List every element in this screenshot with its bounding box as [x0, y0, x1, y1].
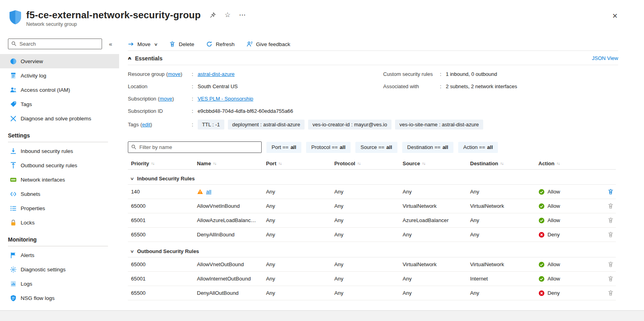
- feedback-label: Give feedback: [256, 41, 290, 47]
- chevron-down-icon: ∨: [130, 176, 134, 181]
- rule-name[interactable]: all: [206, 189, 211, 195]
- activity-log-icon: [10, 72, 17, 79]
- colon-separator: :: [440, 83, 442, 89]
- cell-priority: 65000: [128, 261, 197, 267]
- group-title: Inbound Security Rules: [137, 176, 195, 182]
- tag-pill[interactable]: deployment : astral-dist-azure: [228, 120, 305, 130]
- chevron-up-icon[interactable]: ∧: [127, 56, 132, 61]
- refresh-label: Refresh: [216, 41, 234, 47]
- tag-icon: [10, 101, 17, 108]
- table-row[interactable]: 65500DenyAllOutBoundAnyAnyAnyAnyDeny: [128, 286, 616, 300]
- field-value[interactable]: astral-dist-azure: [198, 71, 235, 77]
- group-header-inbound-security-rules[interactable]: ∨Inbound Security Rules: [128, 173, 616, 185]
- column-header-name[interactable]: Name↑↓: [197, 160, 266, 166]
- sidebar-item-locks[interactable]: Locks: [0, 215, 119, 230]
- rule-name: AllowVnetOutBound: [197, 261, 244, 267]
- column-header-source[interactable]: Source↑↓: [403, 160, 470, 166]
- field-value: e9cbbd48-704d-4dfa-bf62-60edda755a66: [198, 108, 293, 114]
- filter-pill-port[interactable]: Port ==all: [266, 142, 301, 153]
- action-label: Allow: [548, 217, 560, 223]
- move-link[interactable]: move: [160, 96, 172, 102]
- filter-by-name-input[interactable]: [128, 141, 262, 153]
- delete-button[interactable]: Delete: [169, 41, 194, 47]
- sidebar-item-diagnose-and-solve-problems[interactable]: Diagnose and solve problems: [0, 111, 119, 126]
- delete-rule-icon[interactable]: [607, 188, 614, 195]
- filter-pill-action[interactable]: Action ==all: [458, 142, 498, 153]
- column-header-destination[interactable]: Destination↑↓: [470, 160, 538, 166]
- sidebar-item-nsg-flow-logs[interactable]: NSG flow logs: [0, 291, 119, 305]
- table-row[interactable]: 65001AllowInternetOutBoundAnyAnyAnyInter…: [128, 272, 616, 286]
- edit-tags-link[interactable]: edit: [142, 122, 150, 128]
- column-header-action[interactable]: Action↑↓: [538, 160, 605, 166]
- sidebar-item-inbound-security-rules[interactable]: Inbound security rules: [0, 144, 119, 158]
- filter-pill-name: Protocol ==: [311, 144, 338, 150]
- move-link[interactable]: move: [168, 71, 181, 77]
- group-header-outbound-security-rules[interactable]: ∨Outbound Security Rules: [128, 246, 616, 257]
- give-feedback-button[interactable]: Give feedback: [247, 41, 290, 47]
- table-row[interactable]: 65500DenyAllInBoundAnyAnyAnyAnyDeny: [128, 228, 616, 242]
- cell-protocol: Any: [334, 203, 403, 209]
- sidebar-item-outbound-security-rules[interactable]: Outbound security rules: [0, 158, 119, 172]
- chevron-down-icon: ∨: [154, 42, 158, 46]
- alerts-icon: [10, 252, 17, 259]
- sidebar-item-access-control-iam[interactable]: Access control (IAM): [0, 83, 119, 97]
- feedback-icon: [247, 41, 253, 47]
- horizontal-scrollbar[interactable]: [0, 310, 644, 321]
- json-view-link[interactable]: JSON View: [592, 55, 618, 61]
- search-icon: [11, 41, 17, 46]
- sidebar-item-properties[interactable]: Properties: [0, 201, 119, 215]
- tags-label-text: Tags: [128, 122, 139, 128]
- sidebar-item-activity-log[interactable]: Activity log: [0, 68, 119, 83]
- sidebar-item-logs[interactable]: Logs: [0, 277, 119, 291]
- inbound-rules-icon: [10, 148, 17, 155]
- sidebar-item-diagnostic-settings[interactable]: Diagnostic settings: [0, 262, 119, 277]
- sidebar-item-alerts[interactable]: Alerts: [0, 248, 119, 262]
- sidebar-item-tags[interactable]: Tags: [0, 97, 119, 111]
- cell-source: Any: [403, 290, 470, 296]
- field-label: Subscription(move): [128, 96, 192, 102]
- cell-name: DenyAllInBound: [197, 232, 266, 238]
- favorite-star-icon[interactable]: ☆: [225, 12, 231, 18]
- column-header-label: Name: [197, 160, 211, 166]
- sidebar-search-input[interactable]: [8, 39, 102, 49]
- column-header-priority[interactable]: Priority↑↓: [128, 160, 197, 166]
- column-header-port[interactable]: Port↑↓: [266, 160, 334, 166]
- close-icon[interactable]: ✕: [612, 12, 618, 20]
- move-button[interactable]: Move ∨: [128, 41, 157, 47]
- delete-rule-icon: [607, 275, 614, 282]
- filter-pill-name: Source ==: [361, 144, 384, 150]
- sidebar-item-subnets[interactable]: Subnets: [0, 187, 119, 201]
- filter-pill-source[interactable]: Source ==all: [355, 142, 397, 153]
- filter-pill-name: Port ==: [272, 144, 289, 150]
- filter-pill-destination[interactable]: Destination ==all: [402, 142, 453, 153]
- table-header-row: Priority↑↓Name↑↓Port↑↓Protocol↑↓Source↑↓…: [128, 157, 616, 170]
- cell-port: Any: [266, 203, 334, 209]
- table-row[interactable]: 65001AllowAzureLoadBalanc…AnyAnyAzureLoa…: [128, 213, 616, 228]
- tag-pill[interactable]: ves-io-creator-id : mayur@ves.io: [308, 120, 391, 130]
- cell-action: Allow: [538, 189, 605, 195]
- tag-pill[interactable]: ves-io-site-name : astral-dist-azure: [395, 120, 483, 130]
- column-header-protocol[interactable]: Protocol↑↓: [334, 160, 403, 166]
- tag-pill[interactable]: TTL : -1: [198, 120, 224, 130]
- chevron-down-icon: ∨: [130, 249, 134, 253]
- field-value[interactable]: VES PLM - Sponsorship: [198, 96, 253, 102]
- field-label-text: Subscription: [128, 96, 156, 102]
- sidebar-item-label: Overview: [21, 58, 43, 64]
- collapse-sidebar-icon[interactable]: «: [102, 41, 119, 47]
- refresh-button[interactable]: Refresh: [206, 41, 234, 47]
- sidebar-item-network-interfaces[interactable]: Network interfaces: [0, 172, 119, 187]
- cell-delete: [605, 188, 616, 195]
- access-control-icon: [10, 87, 17, 93]
- table-row[interactable]: 140allAnyAnyAnyAnyAllow: [128, 185, 616, 199]
- sidebar-item-overview[interactable]: Overview: [0, 54, 119, 68]
- more-options-icon[interactable]: ···: [239, 12, 246, 18]
- filter-pill-value: all: [442, 144, 448, 150]
- rule-name: AllowVnetInBound: [197, 203, 240, 209]
- label-link-wrap: (move): [158, 96, 174, 102]
- table-row[interactable]: 65000AllowVnetOutBoundAnyAnyVirtualNetwo…: [128, 257, 616, 272]
- pin-icon[interactable]: [210, 12, 216, 18]
- filter-pill-protocol[interactable]: Protocol ==all: [306, 142, 351, 153]
- table-row[interactable]: 65000AllowVnetInBoundAnyAnyVirtualNetwor…: [128, 199, 616, 213]
- main-content: Move ∨ Delete Refresh: [119, 34, 644, 310]
- column-header-label: Destination: [470, 160, 498, 166]
